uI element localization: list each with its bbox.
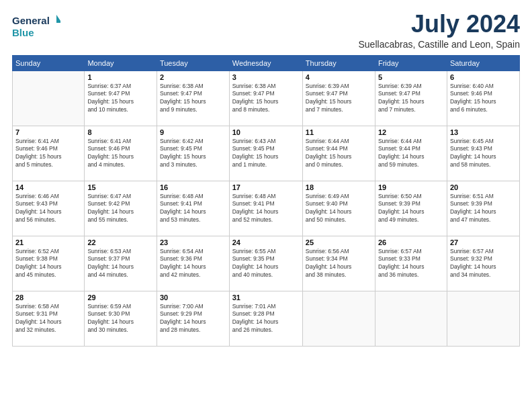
day-number: 1: [87, 73, 154, 81]
day-number: 17: [232, 183, 300, 191]
day-info: Sunrise: 6:40 AMSunset: 9:46 PMDaylight:…: [450, 83, 517, 115]
day-info: Sunrise: 6:39 AMSunset: 9:47 PMDaylight:…: [378, 83, 444, 115]
day-number: 18: [306, 183, 372, 191]
day-info: Sunrise: 6:58 AMSunset: 9:31 PMDaylight:…: [15, 303, 81, 335]
page-header: General Blue July 2024 Suellacabras, Cas…: [12, 11, 520, 50]
calendar-cell: 7Sunrise: 6:41 AMSunset: 9:46 PMDaylight…: [13, 126, 85, 181]
logo: General Blue: [12, 11, 60, 40]
day-number: 6: [450, 73, 517, 81]
svg-marker-2: [56, 15, 60, 23]
day-number: 19: [378, 183, 444, 191]
calendar-cell: 24Sunrise: 6:55 AMSunset: 9:35 PMDayligh…: [229, 236, 302, 291]
day-info: Sunrise: 6:50 AMSunset: 9:39 PMDaylight:…: [378, 193, 444, 225]
month-title: July 2024: [359, 11, 521, 38]
day-number: 22: [87, 238, 154, 246]
calendar-cell: 1Sunrise: 6:37 AMSunset: 9:47 PMDaylight…: [85, 71, 157, 126]
calendar-cell: 27Sunrise: 6:57 AMSunset: 9:32 PMDayligh…: [447, 236, 519, 291]
calendar-cell: 29Sunrise: 6:59 AMSunset: 9:30 PMDayligh…: [85, 291, 157, 346]
day-number: 15: [87, 183, 154, 191]
day-number: 4: [306, 73, 372, 81]
calendar-cell: 10Sunrise: 6:43 AMSunset: 9:45 PMDayligh…: [229, 126, 302, 181]
day-number: 16: [160, 183, 226, 191]
day-info: Sunrise: 6:39 AMSunset: 9:47 PMDaylight:…: [306, 83, 372, 115]
calendar-cell: [375, 291, 447, 346]
calendar-cell: 11Sunrise: 6:44 AMSunset: 9:44 PMDayligh…: [302, 126, 375, 181]
day-number: 29: [87, 293, 154, 302]
title-block: July 2024 Suellacabras, Castille and Leo…: [359, 11, 521, 50]
weekday-header: Friday: [375, 55, 447, 71]
calendar-cell: 21Sunrise: 6:52 AMSunset: 9:38 PMDayligh…: [13, 236, 85, 291]
weekday-header: Thursday: [302, 55, 375, 71]
calendar-week-row: 21Sunrise: 6:52 AMSunset: 9:38 PMDayligh…: [13, 236, 520, 291]
svg-text:Blue: Blue: [12, 27, 34, 38]
calendar-cell: 18Sunrise: 6:49 AMSunset: 9:40 PMDayligh…: [302, 181, 375, 236]
day-info: Sunrise: 6:47 AMSunset: 9:42 PMDaylight:…: [87, 193, 154, 225]
calendar-cell: 3Sunrise: 6:38 AMSunset: 9:47 PMDaylight…: [229, 71, 302, 126]
svg-text:General: General: [12, 15, 50, 26]
calendar-cell: [447, 291, 519, 346]
calendar-cell: 5Sunrise: 6:39 AMSunset: 9:47 PMDaylight…: [375, 71, 447, 126]
day-info: Sunrise: 6:41 AMSunset: 9:46 PMDaylight:…: [87, 138, 154, 170]
day-info: Sunrise: 6:41 AMSunset: 9:46 PMDaylight:…: [15, 138, 81, 170]
calendar-week-row: 7Sunrise: 6:41 AMSunset: 9:46 PMDaylight…: [13, 126, 520, 181]
day-info: Sunrise: 6:46 AMSunset: 9:43 PMDaylight:…: [15, 193, 81, 225]
day-info: Sunrise: 6:48 AMSunset: 9:41 PMDaylight:…: [232, 193, 300, 225]
day-number: 30: [160, 293, 226, 302]
day-number: 9: [160, 128, 226, 136]
day-info: Sunrise: 6:37 AMSunset: 9:47 PMDaylight:…: [87, 83, 154, 115]
day-info: Sunrise: 6:52 AMSunset: 9:38 PMDaylight:…: [15, 248, 81, 280]
day-number: 13: [450, 128, 517, 136]
calendar-cell: [13, 71, 85, 126]
calendar-cell: 23Sunrise: 6:54 AMSunset: 9:36 PMDayligh…: [157, 236, 229, 291]
day-number: 24: [232, 238, 300, 246]
day-number: 8: [87, 128, 154, 136]
day-info: Sunrise: 6:49 AMSunset: 9:40 PMDaylight:…: [306, 193, 372, 225]
day-info: Sunrise: 6:38 AMSunset: 9:47 PMDaylight:…: [160, 83, 226, 115]
day-info: Sunrise: 6:57 AMSunset: 9:33 PMDaylight:…: [378, 248, 444, 280]
day-info: Sunrise: 6:42 AMSunset: 9:45 PMDaylight:…: [160, 138, 226, 170]
day-number: 7: [15, 128, 81, 136]
day-number: 12: [378, 128, 444, 136]
day-number: 23: [160, 238, 226, 246]
calendar-cell: [302, 291, 375, 346]
weekday-header: Wednesday: [229, 55, 302, 71]
calendar-cell: 22Sunrise: 6:53 AMSunset: 9:37 PMDayligh…: [85, 236, 157, 291]
day-number: 28: [15, 293, 81, 302]
weekday-header: Tuesday: [157, 55, 229, 71]
day-number: 25: [306, 238, 372, 246]
calendar-table: SundayMondayTuesdayWednesdayThursdayFrid…: [12, 55, 520, 347]
calendar-cell: 8Sunrise: 6:41 AMSunset: 9:46 PMDaylight…: [85, 126, 157, 181]
day-info: Sunrise: 6:48 AMSunset: 9:41 PMDaylight:…: [160, 193, 226, 225]
weekday-header-row: SundayMondayTuesdayWednesdayThursdayFrid…: [13, 55, 520, 71]
day-info: Sunrise: 7:00 AMSunset: 9:29 PMDaylight:…: [160, 303, 226, 335]
day-info: Sunrise: 6:55 AMSunset: 9:35 PMDaylight:…: [232, 248, 300, 280]
day-info: Sunrise: 6:53 AMSunset: 9:37 PMDaylight:…: [87, 248, 154, 280]
logo-svg: General Blue: [12, 11, 60, 40]
day-info: Sunrise: 7:01 AMSunset: 9:28 PMDaylight:…: [232, 303, 300, 335]
calendar-cell: 4Sunrise: 6:39 AMSunset: 9:47 PMDaylight…: [302, 71, 375, 126]
day-info: Sunrise: 6:51 AMSunset: 9:39 PMDaylight:…: [450, 193, 517, 225]
location-title: Suellacabras, Castille and Leon, Spain: [359, 39, 521, 50]
calendar-cell: 2Sunrise: 6:38 AMSunset: 9:47 PMDaylight…: [157, 71, 229, 126]
calendar-cell: 16Sunrise: 6:48 AMSunset: 9:41 PMDayligh…: [157, 181, 229, 236]
day-number: 21: [15, 238, 81, 246]
day-number: 11: [306, 128, 372, 136]
calendar-week-row: 28Sunrise: 6:58 AMSunset: 9:31 PMDayligh…: [13, 291, 520, 346]
day-number: 14: [15, 183, 81, 191]
calendar-cell: 20Sunrise: 6:51 AMSunset: 9:39 PMDayligh…: [447, 181, 519, 236]
day-number: 27: [450, 238, 517, 246]
calendar-cell: 25Sunrise: 6:56 AMSunset: 9:34 PMDayligh…: [302, 236, 375, 291]
calendar-cell: 12Sunrise: 6:44 AMSunset: 9:44 PMDayligh…: [375, 126, 447, 181]
day-number: 3: [232, 73, 300, 81]
day-info: Sunrise: 6:54 AMSunset: 9:36 PMDaylight:…: [160, 248, 226, 280]
calendar-cell: 28Sunrise: 6:58 AMSunset: 9:31 PMDayligh…: [13, 291, 85, 346]
calendar-cell: 14Sunrise: 6:46 AMSunset: 9:43 PMDayligh…: [13, 181, 85, 236]
calendar-cell: 30Sunrise: 7:00 AMSunset: 9:29 PMDayligh…: [157, 291, 229, 346]
day-number: 31: [232, 293, 300, 302]
day-number: 5: [378, 73, 444, 81]
weekday-header: Saturday: [447, 55, 519, 71]
calendar-cell: 6Sunrise: 6:40 AMSunset: 9:46 PMDaylight…: [447, 71, 519, 126]
day-number: 26: [378, 238, 444, 246]
day-info: Sunrise: 6:57 AMSunset: 9:32 PMDaylight:…: [450, 248, 517, 280]
calendar-cell: 26Sunrise: 6:57 AMSunset: 9:33 PMDayligh…: [375, 236, 447, 291]
